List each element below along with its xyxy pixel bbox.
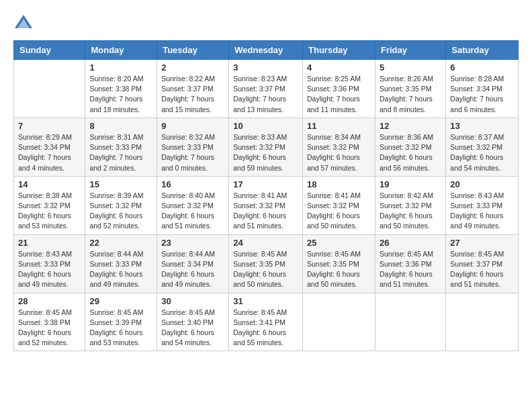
calendar-cell: 3Sunrise: 8:23 AMSunset: 3:37 PMDaylight… — [229, 60, 303, 118]
calendar-week-row: 28Sunrise: 8:45 AMSunset: 3:38 PMDayligh… — [14, 293, 519, 351]
day-number: 20 — [450, 179, 514, 189]
day-info: Sunrise: 8:42 AMSunset: 3:32 PMDaylight:… — [380, 191, 441, 232]
day-number: 25 — [307, 238, 371, 248]
column-header-thursday: Thursday — [303, 41, 375, 60]
calendar-cell: 28Sunrise: 8:45 AMSunset: 3:38 PMDayligh… — [14, 293, 85, 351]
day-number: 5 — [380, 62, 441, 73]
calendar-cell: 15Sunrise: 8:39 AMSunset: 3:32 PMDayligh… — [85, 176, 157, 234]
calendar-cell: 14Sunrise: 8:38 AMSunset: 3:32 PMDayligh… — [14, 176, 85, 234]
day-number: 24 — [233, 238, 298, 248]
calendar-cell: 27Sunrise: 8:45 AMSunset: 3:37 PMDayligh… — [446, 234, 519, 293]
day-number: 16 — [161, 179, 224, 189]
calendar-cell — [375, 293, 445, 351]
day-number: 14 — [18, 179, 81, 189]
day-number: 12 — [380, 121, 441, 131]
day-number: 29 — [89, 296, 152, 306]
day-info: Sunrise: 8:22 AMSunset: 3:37 PMDaylight:… — [161, 74, 224, 115]
day-number: 10 — [233, 121, 298, 131]
day-info: Sunrise: 8:45 AMSunset: 3:38 PMDaylight:… — [18, 308, 81, 349]
calendar-week-row: 7Sunrise: 8:29 AMSunset: 3:34 PMDaylight… — [14, 118, 519, 176]
day-info: Sunrise: 8:41 AMSunset: 3:32 PMDaylight:… — [307, 191, 371, 232]
calendar-cell: 13Sunrise: 8:37 AMSunset: 3:32 PMDayligh… — [446, 118, 519, 176]
calendar-cell: 22Sunrise: 8:44 AMSunset: 3:33 PMDayligh… — [85, 234, 157, 293]
calendar-table: SundayMondayTuesdayWednesdayThursdayFrid… — [13, 40, 519, 351]
day-info: Sunrise: 8:45 AMSunset: 3:36 PMDaylight:… — [380, 249, 441, 290]
calendar-cell: 2Sunrise: 8:22 AMSunset: 3:37 PMDaylight… — [157, 60, 229, 118]
calendar-cell: 21Sunrise: 8:43 AMSunset: 3:33 PMDayligh… — [14, 234, 85, 293]
day-info: Sunrise: 8:40 AMSunset: 3:32 PMDaylight:… — [161, 191, 224, 232]
day-number: 27 — [450, 238, 514, 248]
calendar-week-row: 1Sunrise: 8:20 AMSunset: 3:38 PMDaylight… — [14, 60, 519, 118]
calendar-week-row: 21Sunrise: 8:43 AMSunset: 3:33 PMDayligh… — [14, 234, 519, 293]
column-header-wednesday: Wednesday — [229, 41, 303, 60]
day-info: Sunrise: 8:38 AMSunset: 3:32 PMDaylight:… — [18, 191, 81, 232]
day-info: Sunrise: 8:32 AMSunset: 3:33 PMDaylight:… — [161, 132, 224, 173]
day-number: 21 — [18, 238, 81, 248]
calendar-cell: 24Sunrise: 8:45 AMSunset: 3:35 PMDayligh… — [229, 234, 303, 293]
calendar-cell: 1Sunrise: 8:20 AMSunset: 3:38 PMDaylight… — [85, 60, 157, 118]
day-info: Sunrise: 8:36 AMSunset: 3:32 PMDaylight:… — [380, 132, 441, 173]
calendar-cell: 16Sunrise: 8:40 AMSunset: 3:32 PMDayligh… — [157, 176, 229, 234]
calendar-cell: 17Sunrise: 8:41 AMSunset: 3:32 PMDayligh… — [229, 176, 303, 234]
day-info: Sunrise: 8:45 AMSunset: 3:41 PMDaylight:… — [233, 308, 298, 349]
calendar-cell: 7Sunrise: 8:29 AMSunset: 3:34 PMDaylight… — [14, 118, 85, 176]
day-number: 26 — [380, 238, 441, 248]
day-info: Sunrise: 8:45 AMSunset: 3:40 PMDaylight:… — [161, 308, 224, 349]
day-number: 17 — [233, 179, 298, 189]
calendar-cell — [303, 293, 375, 351]
calendar-cell: 18Sunrise: 8:41 AMSunset: 3:32 PMDayligh… — [303, 176, 375, 234]
day-info: Sunrise: 8:26 AMSunset: 3:35 PMDaylight:… — [380, 74, 441, 115]
column-header-tuesday: Tuesday — [157, 41, 229, 60]
calendar-cell: 30Sunrise: 8:45 AMSunset: 3:40 PMDayligh… — [157, 293, 229, 351]
day-info: Sunrise: 8:41 AMSunset: 3:32 PMDaylight:… — [233, 191, 298, 232]
logo — [13, 13, 35, 34]
column-header-saturday: Saturday — [446, 41, 519, 60]
day-info: Sunrise: 8:23 AMSunset: 3:37 PMDaylight:… — [233, 74, 298, 115]
day-info: Sunrise: 8:31 AMSunset: 3:33 PMDaylight:… — [89, 132, 152, 173]
calendar-cell: 8Sunrise: 8:31 AMSunset: 3:33 PMDaylight… — [85, 118, 157, 176]
calendar-cell: 5Sunrise: 8:26 AMSunset: 3:35 PMDaylight… — [375, 60, 445, 118]
calendar-cell: 10Sunrise: 8:33 AMSunset: 3:32 PMDayligh… — [229, 118, 303, 176]
day-info: Sunrise: 8:45 AMSunset: 3:35 PMDaylight:… — [307, 249, 371, 290]
day-number: 2 — [161, 62, 224, 73]
day-number: 8 — [89, 121, 152, 131]
day-number: 15 — [89, 179, 152, 189]
day-number: 6 — [450, 62, 514, 73]
calendar-cell: 31Sunrise: 8:45 AMSunset: 3:41 PMDayligh… — [229, 293, 303, 351]
calendar-cell: 6Sunrise: 8:28 AMSunset: 3:34 PMDaylight… — [446, 60, 519, 118]
day-info: Sunrise: 8:43 AMSunset: 3:33 PMDaylight:… — [450, 191, 514, 232]
day-info: Sunrise: 8:44 AMSunset: 3:33 PMDaylight:… — [89, 249, 152, 290]
day-info: Sunrise: 8:33 AMSunset: 3:32 PMDaylight:… — [233, 132, 298, 173]
day-info: Sunrise: 8:45 AMSunset: 3:39 PMDaylight:… — [89, 308, 152, 349]
column-header-monday: Monday — [85, 41, 157, 60]
day-info: Sunrise: 8:37 AMSunset: 3:32 PMDaylight:… — [450, 132, 514, 173]
day-number: 7 — [18, 121, 81, 131]
calendar-cell: 12Sunrise: 8:36 AMSunset: 3:32 PMDayligh… — [375, 118, 445, 176]
day-number: 9 — [161, 121, 224, 131]
day-number: 30 — [161, 296, 224, 306]
day-number: 31 — [233, 296, 298, 306]
day-number: 19 — [380, 179, 441, 189]
calendar-cell: 20Sunrise: 8:43 AMSunset: 3:33 PMDayligh… — [446, 176, 519, 234]
column-header-sunday: Sunday — [14, 41, 85, 60]
day-number: 11 — [307, 121, 371, 131]
day-number: 28 — [18, 296, 81, 306]
day-info: Sunrise: 8:43 AMSunset: 3:33 PMDaylight:… — [18, 249, 81, 290]
calendar-cell — [14, 60, 85, 118]
calendar-cell: 26Sunrise: 8:45 AMSunset: 3:36 PMDayligh… — [375, 234, 445, 293]
day-number: 3 — [233, 62, 298, 73]
day-number: 4 — [307, 62, 371, 73]
day-number: 1 — [89, 62, 152, 73]
day-number: 23 — [161, 238, 224, 248]
calendar-cell: 19Sunrise: 8:42 AMSunset: 3:32 PMDayligh… — [375, 176, 445, 234]
calendar-cell: 25Sunrise: 8:45 AMSunset: 3:35 PMDayligh… — [303, 234, 375, 293]
day-info: Sunrise: 8:34 AMSunset: 3:32 PMDaylight:… — [307, 132, 371, 173]
day-info: Sunrise: 8:39 AMSunset: 3:32 PMDaylight:… — [89, 191, 152, 232]
column-header-friday: Friday — [375, 41, 445, 60]
day-info: Sunrise: 8:25 AMSunset: 3:36 PMDaylight:… — [307, 74, 371, 115]
day-info: Sunrise: 8:44 AMSunset: 3:34 PMDaylight:… — [161, 249, 224, 290]
calendar-header-row: SundayMondayTuesdayWednesdayThursdayFrid… — [14, 41, 519, 60]
day-number: 22 — [89, 238, 152, 248]
day-info: Sunrise: 8:28 AMSunset: 3:34 PMDaylight:… — [450, 74, 514, 115]
day-info: Sunrise: 8:20 AMSunset: 3:38 PMDaylight:… — [89, 74, 152, 115]
